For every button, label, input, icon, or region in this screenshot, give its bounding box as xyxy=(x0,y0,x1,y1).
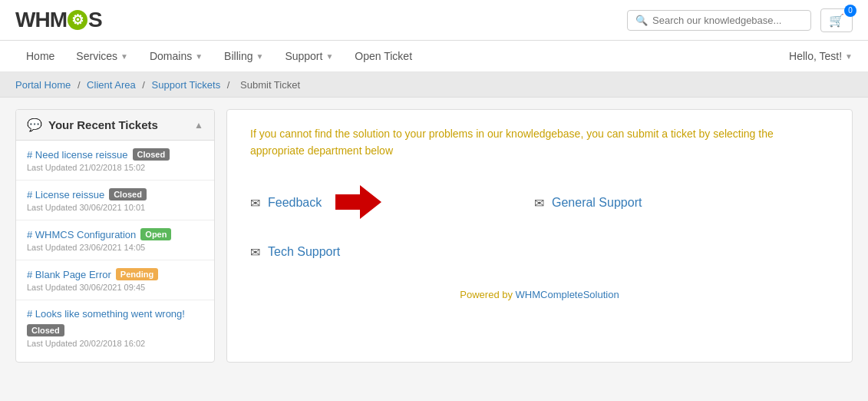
search-icon: 🔍 xyxy=(635,15,648,26)
breadcrumb-client-area[interactable]: Client Area xyxy=(87,79,136,91)
status-badge: Closed xyxy=(109,188,147,200)
status-badge: Open xyxy=(140,228,171,240)
logo-text-left: WHM xyxy=(15,8,67,32)
status-badge: Closed xyxy=(27,324,64,336)
ticket-link[interactable]: # Need license reissue xyxy=(27,149,128,161)
ticket-title: # License reissue Closed xyxy=(27,188,203,200)
user-caret-icon: ▼ xyxy=(845,52,853,61)
ticket-title: # Looks like something went wrong! Close… xyxy=(27,308,203,336)
caret-icon: ▼ xyxy=(120,52,128,61)
search-input[interactable] xyxy=(652,15,803,26)
intro-highlighted: problems xyxy=(429,128,474,140)
nav-item-domains[interactable]: Domains ▼ xyxy=(139,41,213,71)
submit-ticket-content: If you cannot find the solution to your … xyxy=(226,109,853,363)
main-nav: Home Services ▼ Domains ▼ Billing ▼ Supp… xyxy=(0,41,868,73)
cart-badge: 0 xyxy=(844,5,856,17)
sidebar: 💬 Your Recent Tickets ▲ # Need license r… xyxy=(15,109,215,363)
sidebar-header-left: 💬 Your Recent Tickets xyxy=(27,118,158,132)
departments-grid: ✉ Feedback ✉ General Support ✉ Tech Supp… xyxy=(250,179,787,266)
intro-part1: If you cannot find the solution to your xyxy=(250,128,429,140)
breadcrumb-sep-1: / xyxy=(78,79,83,91)
logo: WHMS xyxy=(15,8,102,32)
ticket-item: # License reissue Closed Last Updated 30… xyxy=(16,181,214,220)
user-menu[interactable]: Hello, Test! ▼ xyxy=(789,41,853,71)
nav-item-support[interactable]: Support ▼ xyxy=(274,41,344,71)
breadcrumb-support-tickets[interactable]: Support Tickets xyxy=(152,79,221,91)
ticket-item: # Blank Page Error Pending Last Updated … xyxy=(16,260,214,300)
ticket-date: Last Updated 20/02/2018 16:02 xyxy=(27,339,203,348)
ticket-date: Last Updated 30/06/2021 10:01 xyxy=(27,203,203,212)
breadcrumb-sep-3: / xyxy=(227,79,233,91)
page-header: WHMS 🔍 🛒 0 xyxy=(0,0,868,41)
ticket-title: # WHMCS Configuration Open xyxy=(27,228,203,240)
envelope-icon: ✉ xyxy=(534,196,544,210)
svg-marker-0 xyxy=(335,185,381,219)
breadcrumb-submit-ticket: Submit Ticket xyxy=(240,79,300,91)
dept-tech-support: ✉ Tech Support xyxy=(250,239,503,266)
nav-left: Home Services ▼ Domains ▼ Billing ▼ Supp… xyxy=(15,41,423,71)
ticket-item: # WHMCS Configuration Open Last Updated … xyxy=(16,220,214,260)
ticket-link[interactable]: # Blank Page Error xyxy=(27,269,111,280)
caret-icon: ▼ xyxy=(195,52,203,61)
ticket-date: Last Updated 30/06/2021 09:45 xyxy=(27,283,203,292)
ticket-title: # Need license reissue Closed xyxy=(27,148,203,161)
dept-general-support: ✉ General Support xyxy=(534,179,787,227)
nav-item-services[interactable]: Services ▼ xyxy=(65,41,139,71)
powered-by-link[interactable]: WHMCompleteSolution xyxy=(516,289,619,300)
nav-item-open-ticket[interactable]: Open Ticket xyxy=(344,41,423,71)
caret-icon: ▼ xyxy=(256,52,263,61)
breadcrumb: Portal Home / Client Area / Support Tick… xyxy=(0,73,868,98)
status-badge: Pending xyxy=(116,268,158,280)
ticket-link[interactable]: # License reissue xyxy=(27,189,104,200)
ticket-date: Last Updated 23/06/2021 14:05 xyxy=(27,243,203,252)
envelope-icon: ✉ xyxy=(250,245,260,260)
cart-button[interactable]: 🛒 0 xyxy=(820,8,853,32)
sidebar-title: Your Recent Tickets xyxy=(48,118,158,131)
main-content: 💬 Your Recent Tickets ▲ # Need license r… xyxy=(0,98,868,374)
powered-by-text: Powered by xyxy=(460,289,515,300)
ticket-item: # Looks like something went wrong! Close… xyxy=(16,300,214,356)
nav-item-billing[interactable]: Billing ▼ xyxy=(213,41,274,71)
dept-feedback: ✉ Feedback xyxy=(250,179,503,227)
ticket-item: # Need license reissue Closed Last Updat… xyxy=(16,141,214,181)
sidebar-header: 💬 Your Recent Tickets ▲ xyxy=(16,110,214,141)
intro-text: If you cannot find the solution to your … xyxy=(250,125,829,160)
dept-general-support-link[interactable]: General Support xyxy=(552,196,642,210)
search-box: 🔍 xyxy=(627,10,811,31)
ticket-link[interactable]: # WHMCS Configuration xyxy=(27,229,136,240)
envelope-icon: ✉ xyxy=(250,196,260,210)
chat-icon: 💬 xyxy=(27,118,42,132)
red-arrow-indicator xyxy=(335,185,381,221)
breadcrumb-sep-2: / xyxy=(142,79,147,91)
nav-item-home[interactable]: Home xyxy=(15,41,65,71)
logo-text-right: S xyxy=(88,8,102,32)
dept-tech-support-link[interactable]: Tech Support xyxy=(268,245,340,259)
powered-by: Powered by WHMCompleteSolution xyxy=(250,289,829,300)
ticket-link[interactable]: # Looks like something went wrong! xyxy=(27,308,185,320)
collapse-icon[interactable]: ▲ xyxy=(194,120,203,131)
caret-icon: ▼ xyxy=(325,52,333,61)
ticket-title: # Blank Page Error Pending xyxy=(27,268,203,280)
header-right: 🔍 🛒 0 xyxy=(627,8,853,32)
logo-gear-icon xyxy=(68,10,87,30)
breadcrumb-portal-home[interactable]: Portal Home xyxy=(15,79,71,91)
dept-feedback-link[interactable]: Feedback xyxy=(268,196,322,210)
ticket-date: Last Updated 21/02/2018 15:02 xyxy=(27,163,203,172)
status-badge: Closed xyxy=(133,148,170,161)
